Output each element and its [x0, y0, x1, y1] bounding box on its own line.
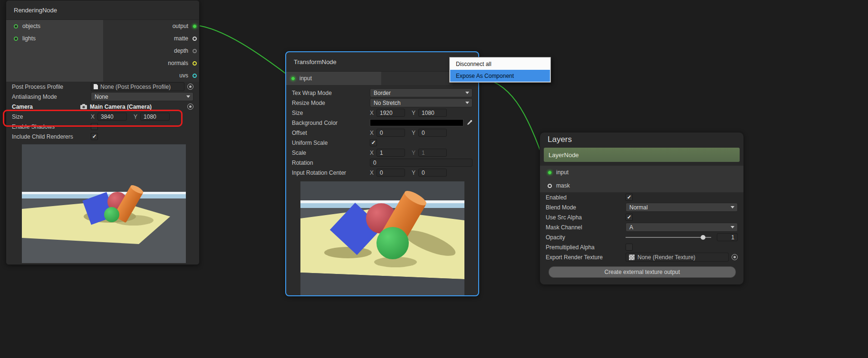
row-antialiasing-mode: Antialiasing Mode None	[6, 92, 199, 102]
slider-track[interactable]	[626, 237, 711, 238]
port-dot-depth[interactable]	[193, 49, 197, 53]
port-dot-matte[interactable]	[193, 37, 197, 41]
row-size: Size X 3840 Y 1080	[6, 112, 199, 122]
port-dot-objects[interactable]	[14, 24, 18, 28]
layers-node[interactable]: Layers LayerNode input mask Enabled ✓ Bl…	[540, 132, 744, 285]
row-label: Tex Wrap Mode	[292, 90, 367, 96]
uniform-scale-checkbox[interactable]: ✓	[370, 139, 377, 146]
port-dot-input[interactable]	[291, 76, 295, 81]
output-port-uvs[interactable]: uvs	[99, 69, 199, 82]
node-graph-canvas[interactable]: RenderingNode objects lights output	[0, 0, 868, 358]
port-dot-uvs[interactable]	[193, 74, 197, 78]
antialiasing-mode-dropdown[interactable]: None	[91, 92, 193, 101]
object-picker-icon[interactable]	[732, 254, 738, 260]
input-port-input[interactable]: input	[540, 166, 743, 179]
row-label: Background Color	[292, 120, 367, 126]
output-port-depth[interactable]: depth	[99, 45, 199, 57]
port-label: uvs	[179, 72, 188, 79]
eyedropper-icon[interactable]	[466, 120, 473, 126]
row-opacity: Opacity 1	[540, 232, 743, 242]
offset-x-field[interactable]: 0	[376, 129, 405, 137]
object-picker-icon[interactable]	[187, 104, 193, 110]
enabled-checkbox[interactable]: ✓	[626, 194, 633, 201]
chevron-down-icon	[731, 226, 734, 228]
size-x-field[interactable]: 1920	[376, 109, 405, 117]
tex-wrap-mode-dropdown[interactable]: Border	[370, 88, 473, 97]
row-label: Enabled	[546, 194, 623, 201]
input-port-input[interactable]: input	[286, 72, 381, 85]
row-include-child-renderers: Include Child Renderers ✓	[6, 132, 199, 141]
create-external-texture-output-button[interactable]: Create external texture output	[549, 266, 736, 278]
y-axis-label: Y	[412, 150, 415, 156]
input-port-lights[interactable]: lights	[6, 32, 103, 45]
port-label: lights	[22, 35, 36, 42]
port-dot-output[interactable]	[193, 24, 197, 28]
opacity-value-field[interactable]: 1	[717, 233, 738, 241]
port-label: mask	[556, 182, 570, 189]
rotation-center-x-field[interactable]: 0	[376, 169, 405, 177]
scale-y-field: 1	[418, 149, 447, 157]
premultiplied-alpha-checkbox[interactable]	[626, 244, 633, 251]
port-dot-input[interactable]	[548, 170, 552, 175]
size-y-field[interactable]: 1080	[418, 109, 447, 117]
row-label: Size	[292, 110, 367, 116]
row-label: Mask Channel	[546, 224, 623, 231]
enable-shadows-checkbox[interactable]	[91, 123, 98, 130]
output-port-output[interactable]: output	[99, 20, 199, 32]
wire-transform-to-layer-input[interactable]	[478, 78, 548, 172]
menu-item-expose-as-component[interactable]: Expose As Component	[450, 70, 550, 82]
rendering-node[interactable]: RenderingNode objects lights output	[6, 0, 200, 265]
blend-mode-dropdown[interactable]: Normal	[626, 203, 738, 212]
post-process-profile-field[interactable]: None (Post Process Profile)	[91, 82, 184, 91]
row-mask-channel: Mask Channel A	[540, 222, 743, 232]
row-post-process-profile: Post Process Profile None (Post Process …	[6, 82, 199, 92]
row-label: Camera	[12, 104, 77, 110]
port-dot-normals[interactable]	[193, 61, 197, 66]
row-label: Blend Mode	[546, 204, 623, 211]
resize-mode-dropdown[interactable]: No Stretch	[370, 98, 473, 107]
export-render-texture-field[interactable]: None (Render Texture)	[626, 253, 729, 262]
output-port-matte[interactable]: matte	[99, 32, 199, 45]
port-label: input	[556, 169, 569, 176]
menu-item-disconnect-all[interactable]: Disconnect all	[450, 58, 550, 70]
port-dot-lights[interactable]	[14, 37, 18, 41]
render-texture-icon	[628, 254, 635, 261]
output-port-normals[interactable]: normals	[99, 57, 199, 69]
dropdown-value: No Stretch	[374, 100, 401, 106]
port-label: output	[173, 23, 188, 29]
port-dot-mask[interactable]	[548, 184, 552, 188]
x-axis-label: X	[91, 113, 95, 120]
size-y-field[interactable]: 1080	[140, 113, 170, 121]
include-child-renderers-checkbox[interactable]: ✓	[91, 133, 98, 140]
render-preview-image	[22, 144, 186, 263]
offset-y-field[interactable]: 0	[418, 129, 447, 137]
use-src-alpha-checkbox[interactable]: ✓	[626, 214, 633, 221]
row-label: Enable Shadows	[12, 123, 88, 130]
row-label: Offset	[292, 130, 367, 136]
row-label: Uniform Scale	[292, 140, 367, 146]
mask-channel-dropdown[interactable]: A	[626, 223, 738, 232]
port-label: matte	[174, 35, 188, 42]
wire-output-to-transform-input[interactable]	[196, 25, 291, 78]
rendering-node-header[interactable]: RenderingNode	[6, 0, 199, 20]
transform-node[interactable]: TransformNode input Tex Wrap Mode Border…	[285, 51, 479, 296]
layers-title-text: Layers	[548, 135, 572, 144]
rotation-field[interactable]: 0	[370, 159, 473, 167]
opacity-slider[interactable]	[626, 234, 711, 241]
camera-field-value[interactable]: Main Camera (Camera)	[90, 104, 184, 110]
scale-x-field[interactable]: 1	[376, 149, 405, 157]
input-port-mask[interactable]: mask	[540, 179, 743, 192]
slider-handle[interactable]	[701, 235, 705, 240]
dropdown-value: Border	[374, 90, 391, 96]
menu-item-label: Disconnect all	[456, 61, 492, 67]
chevron-down-icon	[186, 95, 190, 98]
object-picker-icon[interactable]	[187, 84, 193, 90]
x-axis-label: X	[370, 130, 374, 136]
port-label: input	[299, 75, 312, 82]
size-x-field[interactable]: 3840	[97, 113, 127, 121]
rotation-center-y-field[interactable]: 0	[418, 169, 447, 177]
row-enable-shadows: Enable Shadows	[6, 122, 199, 132]
background-color-swatch[interactable]	[370, 119, 463, 126]
layer-node-header[interactable]: LayerNode	[544, 148, 740, 162]
input-port-objects[interactable]: objects	[6, 20, 103, 32]
